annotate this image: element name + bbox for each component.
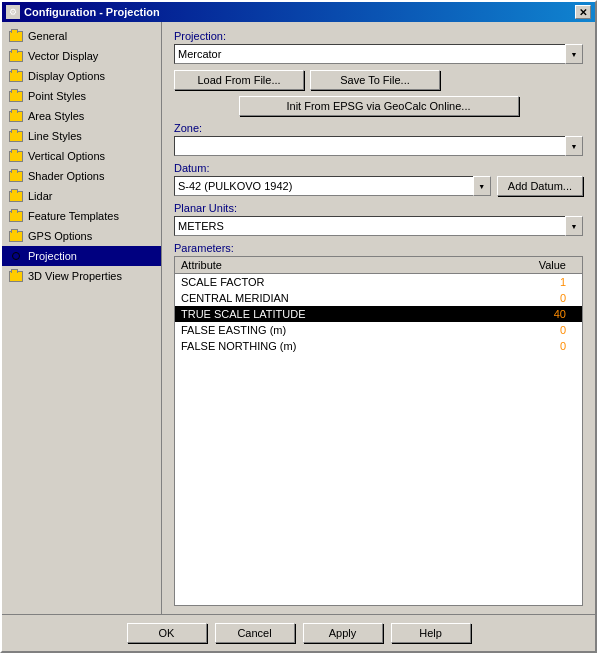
- planar-units-dropdown-btn[interactable]: [565, 216, 583, 236]
- table-row[interactable]: FALSE NORTHING (m)0: [175, 338, 582, 354]
- sidebar-item-label: General: [28, 30, 67, 42]
- col-header-attribute: Attribute: [175, 257, 474, 274]
- table-row[interactable]: SCALE FACTOR1: [175, 274, 582, 291]
- folder-icon: [8, 48, 24, 64]
- parameters-table: Attribute Value SCALE FACTOR1CENTRAL MER…: [175, 257, 582, 354]
- init-from-btn[interactable]: Init From EPSG via GeoCalc Online...: [239, 96, 519, 116]
- title-bar-left: ⚙ Configuration - Projection: [6, 5, 160, 19]
- sidebar-item-area-styles[interactable]: Area Styles: [2, 106, 161, 126]
- value-cell: 40: [474, 306, 582, 322]
- attribute-cell: SCALE FACTOR: [175, 274, 474, 291]
- value-cell: 0: [474, 322, 582, 338]
- projection-group: Projection:: [174, 30, 583, 64]
- title-bar: ⚙ Configuration - Projection ✕: [2, 2, 595, 22]
- datum-row: Add Datum...: [174, 176, 583, 196]
- sidebar-item-label: Projection: [28, 250, 77, 262]
- projection-label: Projection:: [174, 30, 583, 42]
- col-header-value: Value: [474, 257, 582, 274]
- sidebar-item-label: 3D View Properties: [28, 270, 122, 282]
- sidebar-item-point-styles[interactable]: Point Styles: [2, 86, 161, 106]
- sidebar-item-label: Area Styles: [28, 110, 84, 122]
- close-button[interactable]: ✕: [575, 5, 591, 19]
- folder-icon: [8, 148, 24, 164]
- value-cell: 0: [474, 290, 582, 306]
- datum-label: Datum:: [174, 162, 583, 174]
- table-row[interactable]: TRUE SCALE LATITUDE40: [175, 306, 582, 322]
- sidebar-item-shader-options[interactable]: Shader Options: [2, 166, 161, 186]
- folder-icon: [8, 268, 24, 284]
- planar-units-group: Planar Units:: [174, 202, 583, 236]
- planar-units-combo-wrapper: [174, 216, 583, 236]
- add-datum-btn[interactable]: Add Datum...: [497, 176, 583, 196]
- folder-icon: [8, 28, 24, 44]
- planar-units-label: Planar Units:: [174, 202, 583, 214]
- projection-combo-wrapper: [174, 44, 583, 64]
- zone-dropdown-btn[interactable]: [565, 136, 583, 156]
- value-cell: 1: [474, 274, 582, 291]
- zone-label: Zone:: [174, 122, 583, 134]
- sidebar-item-vertical-options[interactable]: Vertical Options: [2, 146, 161, 166]
- folder-icon: [8, 188, 24, 204]
- datum-group: Datum: Add Datum...: [174, 162, 583, 196]
- bullet-icon: [8, 248, 24, 264]
- parameters-label: Parameters:: [174, 242, 583, 254]
- planar-units-input[interactable]: [174, 216, 583, 236]
- main-window: ⚙ Configuration - Projection ✕ GeneralVe…: [0, 0, 597, 653]
- zone-input[interactable]: [174, 136, 583, 156]
- datum-combo-wrapper: [174, 176, 491, 196]
- sidebar-item-label: GPS Options: [28, 230, 92, 242]
- table-row[interactable]: FALSE EASTING (m)0: [175, 322, 582, 338]
- sidebar-item-label: Display Options: [28, 70, 105, 82]
- folder-icon: [8, 168, 24, 184]
- attribute-cell: TRUE SCALE LATITUDE: [175, 306, 474, 322]
- save-to-btn[interactable]: Save To File...: [310, 70, 440, 90]
- sidebar-item-line-styles[interactable]: Line Styles: [2, 126, 161, 146]
- datum-dropdown-btn[interactable]: [473, 176, 491, 196]
- sidebar-item-label: Vector Display: [28, 50, 98, 62]
- attribute-cell: CENTRAL MERIDIAN: [175, 290, 474, 306]
- folder-icon: [8, 228, 24, 244]
- attribute-cell: FALSE NORTHING (m): [175, 338, 474, 354]
- sidebar-item-gps-options[interactable]: GPS Options: [2, 226, 161, 246]
- attribute-cell: FALSE EASTING (m): [175, 322, 474, 338]
- sidebar-item-label: Point Styles: [28, 90, 86, 102]
- main-panel: Projection: Load From File... Save To Fi…: [162, 22, 595, 614]
- load-from-btn[interactable]: Load From File...: [174, 70, 304, 90]
- folder-icon: [8, 108, 24, 124]
- apply-button[interactable]: Apply: [303, 623, 383, 643]
- bottom-bar: OK Cancel Apply Help: [2, 614, 595, 651]
- table-row[interactable]: CENTRAL MERIDIAN0: [175, 290, 582, 306]
- window-title: Configuration - Projection: [24, 6, 160, 18]
- folder-icon: [8, 88, 24, 104]
- sidebar-item-lidar[interactable]: Lidar: [2, 186, 161, 206]
- datum-input[interactable]: [174, 176, 491, 196]
- sidebar-item-label: Lidar: [28, 190, 52, 202]
- folder-icon: [8, 208, 24, 224]
- help-button[interactable]: Help: [391, 623, 471, 643]
- content-area: GeneralVector DisplayDisplay OptionsPoin…: [2, 22, 595, 614]
- sidebar-item-projection[interactable]: Projection: [2, 246, 161, 266]
- parameters-group: Attribute Value SCALE FACTOR1CENTRAL MER…: [174, 256, 583, 606]
- sidebar-item-label: Shader Options: [28, 170, 104, 182]
- sidebar-item-vector-display[interactable]: Vector Display: [2, 46, 161, 66]
- sidebar: GeneralVector DisplayDisplay OptionsPoin…: [2, 22, 162, 614]
- zone-combo-wrapper: [174, 136, 583, 156]
- sidebar-item-3d-view[interactable]: 3D View Properties: [2, 266, 161, 286]
- zone-group: Zone:: [174, 122, 583, 156]
- folder-icon: [8, 68, 24, 84]
- sidebar-item-general[interactable]: General: [2, 26, 161, 46]
- projection-dropdown-btn[interactable]: [565, 44, 583, 64]
- button-row-1: Load From File... Save To File...: [174, 70, 583, 90]
- sidebar-item-label: Vertical Options: [28, 150, 105, 162]
- button-row-2: Init From EPSG via GeoCalc Online...: [174, 96, 583, 116]
- value-cell: 0: [474, 338, 582, 354]
- sidebar-item-label: Line Styles: [28, 130, 82, 142]
- sidebar-item-feature-templates[interactable]: Feature Templates: [2, 206, 161, 226]
- window-icon: ⚙: [6, 5, 20, 19]
- folder-icon: [8, 128, 24, 144]
- cancel-button[interactable]: Cancel: [215, 623, 295, 643]
- ok-button[interactable]: OK: [127, 623, 207, 643]
- sidebar-item-label: Feature Templates: [28, 210, 119, 222]
- projection-input[interactable]: [174, 44, 583, 64]
- sidebar-item-display-options[interactable]: Display Options: [2, 66, 161, 86]
